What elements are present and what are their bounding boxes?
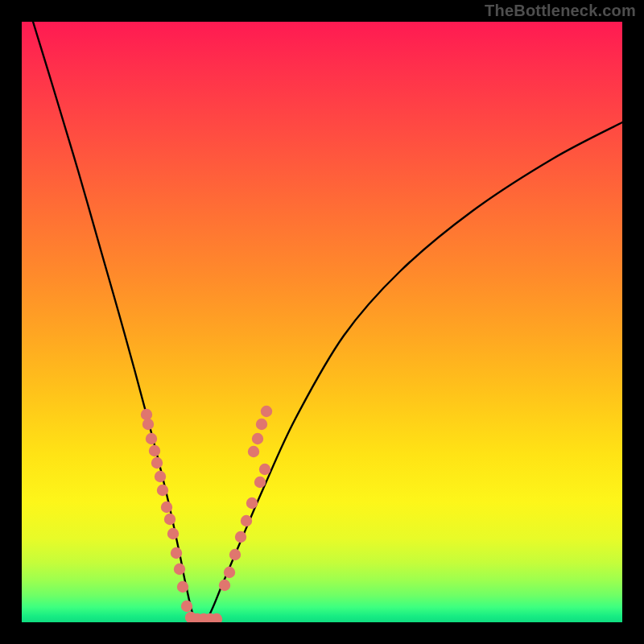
bottleneck-curve <box>33 22 622 622</box>
data-dot <box>142 419 154 430</box>
plot-area <box>22 22 622 622</box>
data-dot <box>256 419 267 430</box>
data-dot <box>177 581 188 592</box>
data-dot <box>229 549 241 560</box>
data-dot <box>171 547 182 559</box>
data-dot <box>252 433 263 444</box>
watermark-text: TheBottleneck.com <box>485 2 636 20</box>
data-dot <box>146 433 157 444</box>
chart-stage: TheBottleneck.com <box>0 0 644 644</box>
data-dot <box>219 580 230 591</box>
data-dot <box>155 471 166 482</box>
data-dot <box>167 528 179 539</box>
curve-overlay <box>22 22 622 622</box>
data-dot <box>246 497 258 509</box>
data-dot <box>151 457 163 469</box>
data-dot <box>149 445 160 456</box>
data-dot <box>161 502 172 513</box>
data-dot <box>235 531 246 543</box>
data-dot <box>157 485 168 496</box>
data-dot <box>141 409 152 420</box>
data-dot <box>248 446 259 457</box>
data-dot <box>259 464 270 475</box>
data-dot <box>164 514 175 525</box>
data-dot <box>181 601 192 612</box>
data-dot <box>261 406 272 417</box>
data-dot <box>241 515 252 526</box>
data-dot <box>224 567 235 578</box>
data-dot <box>174 564 185 575</box>
data-dot <box>254 477 266 488</box>
